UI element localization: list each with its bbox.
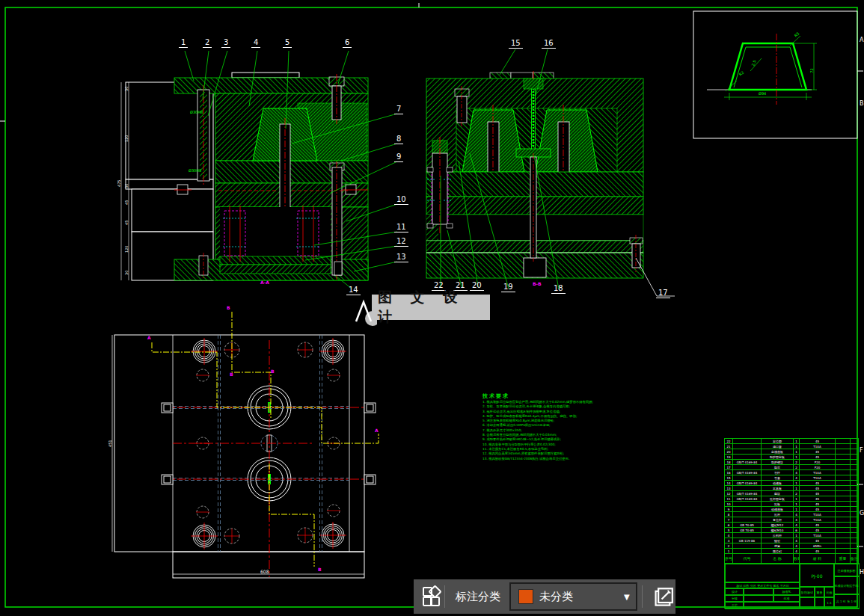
parts-list-cell: 12 [725, 491, 733, 496]
zone-letter: H [860, 570, 864, 576]
parts-list-cell: 19 [725, 455, 733, 460]
dim-width: 608 [260, 570, 269, 574]
parts-list-cell [733, 475, 762, 481]
parts-list-cell: 4 [725, 533, 733, 538]
parts-list-cell: 定位圈 [762, 439, 794, 444]
section-label-bb: B-B [533, 282, 542, 286]
parts-list-cell: P20 [800, 465, 836, 470]
parts-list-cell [851, 455, 859, 460]
parts-list-cell [851, 439, 859, 444]
dim-text: 45 [125, 200, 129, 205]
parts-list-cell: 弹簧 [762, 543, 794, 549]
watermark: 图 文 设 计 [372, 295, 490, 320]
parts-list-cell [836, 538, 851, 543]
parts-list-cell: 4 [794, 538, 800, 543]
parts-list-row: 6GB 70-85螺钉M12445 [725, 523, 859, 528]
parts-list-cell [836, 449, 851, 455]
parts-list-cell [836, 517, 851, 523]
parts-list-row: 8推杆4T10A [725, 512, 859, 517]
parts-list-cell: 4 [794, 470, 800, 475]
parts-list-cell: 2 [725, 543, 733, 549]
parts-list-cell: T10A [800, 475, 836, 481]
category-dropdown[interactable]: 未分类 ▼ [509, 582, 637, 611]
parts-list-cell: 7 [725, 517, 733, 523]
categories-icon[interactable] [423, 587, 440, 606]
parts-list-cell [733, 444, 762, 449]
parts-list-cell [851, 549, 859, 554]
parts-list-cell [851, 460, 859, 465]
parts-list-cell [851, 444, 859, 449]
parts-list-cell: 2 [794, 491, 800, 496]
parts-list-cell: 动模座板 [762, 507, 794, 512]
parts-list-cell: 15 [725, 475, 733, 481]
parts-list-cell: 5 [725, 528, 733, 533]
parts-list-cell [851, 543, 859, 549]
zone-letter: A [860, 37, 863, 43]
parts-list-cell [851, 475, 859, 481]
parts-list-cell [836, 444, 851, 449]
parts-list-body: 22定位圈14521浇口套1T10A20定模座板14519型腔固定板14518G… [725, 439, 859, 554]
parts-list-cell: 45 [800, 486, 836, 491]
parts-list-cell: GB/T 4169-84 [733, 460, 762, 465]
callout-label: 4 [251, 39, 260, 48]
parts-list-cell [836, 470, 851, 475]
parts-list-cell: 18 [725, 460, 733, 465]
fit-label: Ø30H8 [190, 111, 203, 114]
parts-list-cell [836, 549, 851, 554]
parts-list-cell [733, 543, 762, 549]
chevron-down-icon: ▼ [624, 593, 630, 601]
dim-text: 30 [125, 184, 129, 188]
callout-label: 2 [203, 39, 212, 48]
parts-list-cell [733, 465, 762, 470]
parts-list-cell: 型腔镶块 [762, 460, 794, 465]
callout-label: 6 [343, 39, 352, 48]
callout-label: 18 [551, 285, 566, 294]
parts-list-cell: 动模板 [762, 481, 794, 486]
edit-annotation-icon[interactable] [653, 584, 675, 609]
callout-label: 11 [394, 224, 408, 232]
parts-list-row: 5GB 70-85螺钉M10645 [725, 528, 859, 533]
parts-list-cell: 6 [794, 528, 800, 533]
parts-list-cell: 2 [794, 460, 800, 465]
parts-list-cell [851, 470, 859, 475]
parts-list-cell: 4 [794, 549, 800, 554]
parts-list-cell: 45 [800, 528, 836, 533]
parts-list-row: 22定位圈145 [725, 439, 859, 444]
parts-list-cell: 定模座板 [762, 449, 794, 455]
callout-label: 17 [656, 289, 670, 298]
parts-list-cell: T10A [800, 444, 836, 449]
parts-list-row: 11GB/T 4169-84推杆固定板145 [725, 496, 859, 502]
parts-list-cell: T10A [800, 512, 836, 517]
section-mark-b: B [318, 567, 322, 572]
parts-list-cell [733, 439, 762, 444]
parts-list-cell: 1 [794, 455, 800, 460]
parts-list-cell: 1 [725, 549, 733, 554]
stage-value [799, 597, 815, 609]
parts-list-cell [733, 517, 762, 523]
parts-list-cell: 导柱 [762, 470, 794, 475]
category-color-swatch [518, 589, 533, 604]
parts-list-cell [836, 491, 851, 496]
cad-canvas[interactable]: 1 2 3 4 5 6 7 8 9 10 11 12 13 14 15 16 1… [0, 0, 864, 616]
callout-label: 5 [283, 39, 292, 48]
parts-list-cell [851, 481, 859, 486]
parts-list-cell: 14 [725, 481, 733, 486]
parts-list-cell: 螺钉M12 [762, 523, 794, 528]
parts-list-cell: T10A [800, 533, 836, 538]
parts-list-cell [851, 507, 859, 512]
callout-label: 3 [221, 39, 230, 48]
parts-list-cell: 4 [794, 517, 800, 523]
organization: 机械设计制造学院 [833, 576, 860, 595]
zone-letter: B [860, 101, 864, 107]
fit-label: Ø30H8 [189, 169, 201, 173]
toolbar-divider [642, 585, 643, 608]
parts-list-cell [836, 475, 851, 481]
parts-list-cell: 45 [800, 502, 836, 507]
parts-list-row: 14GB/T 4169-84动模板145 [725, 481, 859, 486]
parts-list-cell [836, 496, 851, 502]
zone-letter: G [860, 511, 864, 517]
parts-list-row: 17型芯2P20 [725, 465, 859, 470]
callout-label: 1 [179, 39, 188, 48]
parts-list-cell: 9 [725, 507, 733, 512]
callout-label: 9 [394, 153, 403, 162]
